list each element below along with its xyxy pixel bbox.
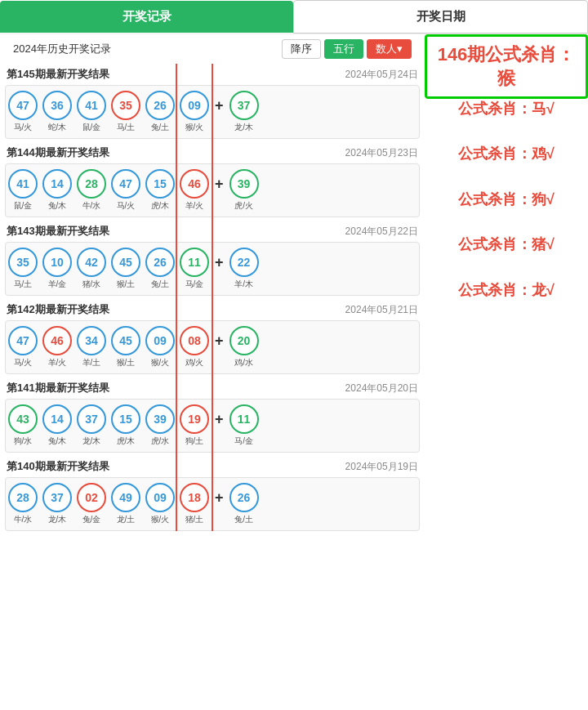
ball: 41: [8, 169, 38, 199]
ball: 42: [77, 248, 106, 277]
ball-label: 马/土: [14, 279, 33, 290]
ball-label: 猪/土: [185, 514, 204, 525]
ball: 26: [145, 91, 175, 120]
ball-label: 羊/金: [48, 279, 67, 290]
ball-label: 龙/土: [117, 514, 136, 525]
left-panel: 2024年历史开奖记录 降序 五行 数人▾ 第145期最新开奖结果 2024年0…: [0, 34, 425, 534]
tab-kaijiangjilu[interactable]: 开奖记录: [0, 1, 293, 33]
ball: 09: [145, 326, 175, 355]
ball: 08: [180, 326, 209, 355]
ball-wrapper-4: 39虎/水: [145, 404, 176, 447]
ball-label: 狗/土: [185, 435, 204, 447]
ball-label: 猪/水: [82, 279, 101, 290]
btn-order[interactable]: 降序: [282, 39, 321, 59]
ball: 47: [8, 326, 38, 355]
ball: 49: [111, 483, 140, 512]
ball-label: 狗/水: [14, 435, 33, 447]
ball-label: 虎/木: [151, 200, 170, 212]
plus-sign: +: [213, 169, 225, 193]
period-section-1: 第145期最新开奖结果 2024年05月24日47马/火36蛇/木41鼠/金35…: [5, 64, 420, 139]
ball-wrapper-5: 46羊/火: [179, 169, 210, 212]
ball: 28: [77, 169, 106, 199]
extra-ball-label: 龙/木: [234, 122, 253, 133]
extra-ball-label: 鸡/水: [234, 357, 253, 368]
period-section-2: 第144期最新开奖结果 2024年05月23日41鼠/金14兔/木28牛/水47…: [5, 142, 420, 217]
period-date: 2024年05月19日: [345, 460, 418, 474]
extra-ball-wrapper: 11马/金: [229, 404, 260, 447]
period-header: 第141期最新开奖结果 2024年05月20日: [5, 377, 420, 399]
period-title: 第145期最新开奖结果: [7, 67, 109, 82]
right-panel: 146期公式杀肖：猴 公式杀肖：羊√公式杀肖：马√公式杀肖：鸡√公式杀肖：狗√公…: [425, 34, 588, 534]
ball-label: 虎/水: [151, 435, 170, 447]
extra-ball-wrapper: 37龙/木: [229, 91, 260, 133]
ball: 02: [77, 483, 106, 512]
ball-wrapper-1: 37龙/木: [42, 483, 73, 525]
extra-ball-label: 兔/土: [234, 514, 253, 525]
period-header: 第143期最新开奖结果 2024年05月22日: [5, 221, 420, 242]
ball: 18: [180, 483, 209, 512]
extra-ball-label: 虎/火: [234, 200, 253, 212]
ball: 09: [180, 91, 209, 120]
balls-row: 41鼠/金14兔/木28牛/水47马/火15虎/木46羊/火+39虎/火: [5, 163, 420, 217]
ball-label: 猴/火: [151, 357, 170, 368]
period-date: 2024年05月22日: [345, 225, 418, 239]
ball: 14: [42, 169, 72, 199]
ball-wrapper-2: 42猪/水: [76, 248, 107, 290]
ball-wrapper-5: 09猴/火: [179, 91, 210, 133]
ball-wrapper-2: 02兔/金: [76, 483, 107, 525]
ball-label: 马/火: [14, 357, 33, 368]
year-label: 2024年历史开奖记录: [13, 42, 111, 56]
ball-wrapper-0: 28牛/水: [7, 483, 38, 525]
ball-label: 兔/金: [82, 514, 101, 525]
ball-wrapper-4: 26兔/土: [145, 248, 176, 290]
ball: 10: [42, 248, 72, 277]
ball-wrapper-1: 14兔/木: [42, 404, 73, 447]
ball-wrapper-3: 45猴/土: [110, 326, 141, 368]
ball: 15: [145, 169, 175, 199]
tab-kaijiangrqi[interactable]: 开奖日期: [293, 0, 588, 33]
ball: 41: [77, 91, 106, 120]
ball-wrapper-3: 49龙/土: [110, 483, 141, 525]
kill-formula-4: 公式杀肖：狗√: [428, 177, 585, 223]
ball-wrapper-4: 09猴/火: [145, 326, 176, 368]
balls-row: 47马/火46羊/火34羊/土45猴/土09猴/火08鸡/火+20鸡/水: [5, 320, 420, 374]
ball-wrapper-1: 10羊/金: [42, 248, 73, 290]
extra-ball-label: 羊/木: [234, 279, 253, 290]
btn-wuxing[interactable]: 五行: [324, 39, 363, 59]
ball-wrapper-2: 41鼠/金: [76, 91, 107, 133]
ball: 26: [145, 248, 175, 277]
period-date: 2024年05月24日: [345, 68, 418, 82]
extra-ball: 22: [229, 248, 259, 277]
kill-formula-3: 公式杀肖：鸡√: [428, 132, 585, 177]
extra-ball-label: 马/金: [234, 435, 253, 447]
ball: 45: [111, 248, 140, 277]
balls-row: 28牛/水37龙/木02兔/金49龙/土09猴/火18猪/土+26兔/土: [5, 477, 420, 531]
ball: 36: [42, 91, 72, 120]
ball-wrapper-5: 08鸡/火: [179, 326, 210, 368]
ball: 47: [8, 91, 38, 120]
top-tabs: 开奖记录 开奖日期: [0, 0, 588, 34]
header-row: 2024年历史开奖记录 降序 五行 数人▾: [5, 34, 420, 64]
ball: 19: [180, 404, 209, 434]
ball-wrapper-0: 43狗/水: [7, 404, 38, 447]
ball-label: 猴/土: [117, 279, 136, 290]
ball-wrapper-3: 15虎/木: [110, 404, 141, 447]
ball: 47: [111, 169, 140, 199]
ball-wrapper-5: 18猪/土: [179, 483, 210, 525]
ball-wrapper-1: 46羊/火: [42, 326, 73, 368]
ball-wrapper-1: 14兔/木: [42, 169, 73, 212]
btn-shengxiao[interactable]: 数人▾: [367, 39, 412, 59]
period-section-5: 第141期最新开奖结果 2024年05月20日43狗/水14兔/木37龙/木15…: [5, 377, 420, 453]
ball: 28: [8, 483, 38, 512]
ball-wrapper-5: 11马/金: [179, 248, 210, 290]
plus-sign: +: [213, 91, 225, 114]
ball-label: 马/火: [117, 200, 136, 212]
ball: 14: [42, 404, 72, 434]
ball-label: 鼠/金: [82, 122, 101, 133]
period-date: 2024年05月20日: [345, 382, 418, 395]
kill-formula-6: 公式杀肖：龙√: [428, 268, 585, 314]
period-title: 第143期最新开奖结果: [7, 224, 109, 239]
ball-wrapper-1: 36蛇/木: [42, 91, 73, 133]
period-title: 第144期最新开奖结果: [7, 145, 109, 160]
ball-wrapper-0: 47马/火: [7, 326, 38, 368]
